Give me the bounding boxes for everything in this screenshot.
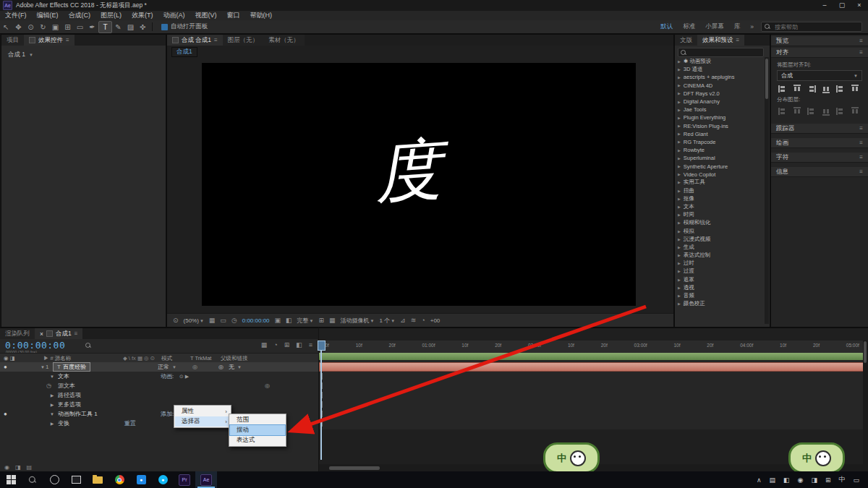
shape-tool-icon[interactable]: ▭ [74,22,86,33]
effects-category-row[interactable]: 音频 [675,291,764,299]
tab-effects-presets[interactable]: 效果和预设 ≡ [697,35,744,46]
effects-category-row[interactable]: aescripts + aeplugins [675,73,764,81]
effects-search-input[interactable] [689,48,761,56]
tab-render-queue[interactable]: 渲染队列 [0,328,35,339]
puppet-tool-icon[interactable]: ✜ [137,22,149,33]
menu-item[interactable]: 帮助(H) [245,11,278,20]
effects-category-row[interactable]: Rowbyte [675,146,764,154]
layer-visibility-eye-icon[interactable]: ● [0,364,11,370]
pan-behind-tool-icon[interactable]: ⊞ [61,22,74,33]
effects-category-row[interactable]: CINEMA 4D [675,82,764,90]
preview-timecode[interactable]: 0:00:00:00 [242,317,270,324]
app-button-blue-1[interactable]: ● [130,471,152,488]
menu-item[interactable]: 文件(F) [0,11,32,20]
stamp-tool-icon[interactable]: ▨ [124,22,137,33]
effects-category-row[interactable]: 过渡 [675,267,764,275]
effects-category-row[interactable]: 抠像 [675,194,764,202]
effects-category-row[interactable]: 模糊和锐化 [675,219,764,227]
align-top-icon[interactable] [793,85,801,93]
layer-duration-bar[interactable] [319,362,868,372]
maximize-button[interactable]: ▢ [833,0,851,11]
layer-row[interactable]: ● ▼ 1 T 百度经验 正常▼ ◎ ◎ 无▼ [0,362,318,372]
effects-category-row[interactable]: Red Giant [675,130,764,138]
camera-view-popup[interactable]: 活动摄像机▼ [341,317,375,325]
effects-category-row[interactable]: 扭曲 [675,187,764,194]
rotate-tool-icon[interactable]: ↻ [37,22,49,33]
twirl-open-icon[interactable]: ▼ [49,412,55,416]
workspace-default[interactable]: 默认 [660,22,673,31]
effects-category-row[interactable]: 透视 [675,283,764,291]
animate-menu-button[interactable]: ⊙ ▶ [179,374,189,380]
effects-category-row[interactable]: 遮罩 [675,275,764,283]
effects-category-row[interactable]: Plugin Everything [675,114,764,121]
panel-header-character[interactable]: 字符≡ [771,153,868,163]
effects-category-row[interactable]: 沉浸式视频 [675,235,764,243]
effects-category-row[interactable]: DFT Rays v2.0 [675,90,764,98]
exposure-icon[interactable]: ◔ [421,317,425,324]
tray-icon-3[interactable]: ⊞ [825,476,831,484]
effects-category-row[interactable]: Digital Anarchy [675,98,764,106]
panel-header-align[interactable]: 对齐≡ [771,48,868,58]
menu-item[interactable]: 窗口 [222,11,245,20]
effects-search-box[interactable] [678,48,764,57]
effects-category-row[interactable]: Video Copilot [675,171,764,179]
submenu-item-wiggle[interactable]: 摆动 [230,425,285,435]
twirl-closed-icon[interactable]: ▶ [49,421,55,426]
panel-menu-icon[interactable]: ≡ [736,37,740,43]
distribute-vcenter-icon[interactable] [793,107,801,116]
expand-layer-switches-icon[interactable]: ◉ [4,464,9,471]
parent-pick-whip-icon[interactable]: ◎ [218,364,224,370]
cortana-button[interactable] [43,471,65,488]
exposure-value[interactable]: +00 [430,317,441,324]
file-explorer-button[interactable] [87,471,109,488]
show-channel-icon[interactable]: ◧ [286,317,292,324]
frame-blend-icon[interactable]: ◧ [296,341,302,348]
animator-eye-icon[interactable]: ● [0,411,11,417]
type-tool-icon[interactable]: T [98,21,112,33]
help-search-box[interactable] [761,22,862,32]
pixel-aspect-icon[interactable]: ⊿ [400,317,406,324]
composition-mini-flowchart-icon[interactable]: ▦ [261,341,268,348]
current-timecode[interactable]: 0:00:00:00 [5,340,65,351]
effects-category-row[interactable]: ✱ 动画预设 [675,57,764,65]
tray-ime-indicator[interactable]: 中 [838,475,845,484]
effects-category-row[interactable]: RE:Vision Plug-ins [675,122,764,130]
panel-header-info[interactable]: 信息≡ [771,167,868,177]
property-row-more-options[interactable]: ▶ 更多选项 [0,400,318,409]
source-name-column[interactable]: ▶ # 源名称 [43,355,123,362]
effects-category-row[interactable]: 实用工具 [675,179,764,187]
tray-notification-icon[interactable]: ▭ [853,476,859,484]
trkmat-column[interactable]: T TrkMat [190,355,221,361]
twirl-open-icon[interactable]: ▼ [49,374,55,379]
transparency-grid-icon[interactable]: ▦ [329,317,336,324]
effects-category-row[interactable]: RG Trapcode [675,138,764,146]
workspace-library[interactable]: 库 [734,22,741,31]
tray-icon-1[interactable]: ▤ [770,476,776,484]
menu-item[interactable]: 视图(V) [190,11,222,20]
menu-item[interactable]: 合成(C) [64,11,96,20]
panel-header-paint[interactable]: 绘画≡ [771,138,868,148]
viewer-comp-chip[interactable]: 合成1 [171,47,197,57]
layer-twirl-icon[interactable]: ▼ [40,365,46,369]
effects-category-row[interactable]: Synthetic Aperture [675,162,764,170]
effects-category-row[interactable]: 文本 [675,202,764,210]
distribute-right-icon[interactable] [851,107,859,116]
align-v-center-icon[interactable] [851,85,859,93]
panel-header-tracker[interactable]: 跟踪器≡ [771,124,868,134]
zoom-popup[interactable]: (50%)▼ [184,317,204,324]
premiere-button[interactable]: Pr [174,471,195,488]
pen-tool-icon[interactable]: ✒ [86,22,98,33]
view-layout-popup[interactable]: 1 个▼ [380,317,396,325]
twirl-closed-icon[interactable]: ▶ [49,393,55,398]
minimize-button[interactable]: – [816,0,833,11]
resolution-popup[interactable]: 完整▼ [297,317,314,325]
property-row-source-text[interactable]: ◷ 源文本 ◎ [0,381,318,390]
align-bottom-icon[interactable] [822,85,830,93]
tab-close-icon[interactable]: × [40,330,43,338]
close-button[interactable]: × [851,0,868,11]
after-effects-button[interactable]: Ae [195,471,217,488]
tab-footage[interactable]: 素材（无） [263,35,305,46]
current-time-indicator-handle[interactable] [318,341,326,351]
fast-preview-icon[interactable]: ≋ [411,317,417,324]
menu-item[interactable]: 效果(T) [127,11,158,20]
